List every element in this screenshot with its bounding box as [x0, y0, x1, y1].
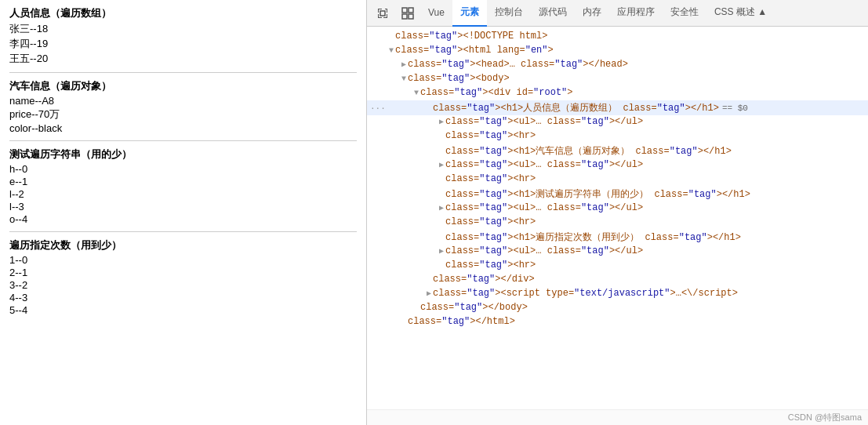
- section-title-1: 汽车信息（遍历对象）: [9, 79, 357, 93]
- code-line-line-head: ▶ class="tag"><head>… class="tag"></head…: [367, 58, 868, 72]
- section-divider: [9, 140, 357, 141]
- left-panel: 人员信息（遍历数组）张三--18李四--19王五--20汽车信息（遍历对象）na…: [0, 0, 367, 425]
- code-line-line-hr4: ▼ class="tag"><hr>: [367, 259, 868, 273]
- section-item-3-1: 2--1: [9, 267, 357, 278]
- section-item-2-4: o--4: [9, 213, 357, 225]
- tab-icon-inspect[interactable]: [370, 0, 395, 27]
- code-line-line-html: ▼ class="tag"><html lang="en">: [367, 44, 868, 58]
- code-content: class="tag"><ul>… class="tag"></ul>: [445, 245, 643, 256]
- code-content: class="tag"><hr>: [445, 130, 536, 141]
- section-divider: [9, 72, 357, 73]
- code-line-line-script: ▶ class="tag"><script type="text/javascr…: [367, 287, 868, 301]
- toggle-arrow[interactable]: ▶: [439, 203, 444, 212]
- code-content: class="tag"><ul>… class="tag"></ul>: [445, 159, 643, 170]
- code-content: class="tag"><body>: [408, 73, 510, 84]
- toggle-arrow[interactable]: ▶: [439, 246, 444, 256]
- code-content: class="tag"><ul>… class="tag"></ul>: [445, 202, 643, 213]
- tabs-bar: Vue元素控制台源代码内存应用程序安全性CSS 概述 ▲: [367, 0, 868, 27]
- code-line-line-body: ▼ class="tag"><body>: [367, 72, 868, 86]
- code-content: class="tag"><div id="root">: [420, 87, 572, 98]
- code-line-line-h1-times: ▼ class="tag"><h1>遍历指定次数（用到少） class="tag…: [367, 230, 868, 245]
- tab-tab-element[interactable]: 元素: [452, 0, 487, 27]
- section-item-1-1: price--70万: [9, 107, 357, 122]
- code-content: class="tag"><script type="text/javascrip…: [433, 288, 738, 299]
- tab-icon-select[interactable]: [395, 0, 420, 27]
- right-panel: Vue元素控制台源代码内存应用程序安全性CSS 概述 ▲ ▼ class="ta…: [367, 0, 868, 425]
- code-content: class="tag"><html lang="en">: [395, 45, 554, 56]
- code-content: class="tag"></div>: [433, 274, 535, 285]
- code-content: class="tag"><h1>测试遍历字符串（用的少） class="tag"…: [445, 187, 750, 201]
- code-line-line-ul3: ▶ class="tag"><ul>… class="tag"></ul>: [367, 202, 868, 216]
- code-panel: ▼ class="tag"><!DOCTYPE html>▼ class="ta…: [367, 27, 868, 409]
- section-divider: [9, 231, 357, 232]
- code-line-line-ul1: ▶ class="tag"><ul>… class="tag"></ul>: [367, 115, 868, 129]
- code-line-line-h1-car: ▼ class="tag"><h1>汽车信息（遍历对象） class="tag"…: [367, 143, 868, 158]
- toggle-arrow[interactable]: ▶: [401, 60, 406, 69]
- tab-tab-console[interactable]: 控制台: [487, 0, 531, 27]
- section-item-1-2: color--black: [9, 122, 357, 134]
- toggle-arrow[interactable]: ▼: [401, 74, 406, 83]
- code-line-line-doctype: ▼ class="tag"><!DOCTYPE html>: [367, 30, 868, 44]
- tab-tab-application[interactable]: 应用程序: [609, 0, 663, 27]
- code-content: class="tag"><h1>遍历指定次数（用到少） class="tag">…: [445, 231, 741, 244]
- toggle-arrow[interactable]: ▶: [439, 160, 444, 169]
- code-content: class="tag"><h1>汽车信息（遍历对象） class="tag"><…: [445, 144, 732, 158]
- section-item-2-0: h--0: [9, 163, 357, 175]
- code-content: class="tag"><hr>: [445, 216, 536, 227]
- toggle-arrow[interactable]: ▶: [439, 117, 444, 126]
- section-item-0-2: 王五--20: [9, 52, 357, 66]
- code-content: class="tag"></body>: [420, 302, 528, 313]
- section-item-2-3: l--3: [9, 201, 357, 212]
- section-title-0: 人员信息（遍历数组）: [9, 6, 357, 20]
- code-line-line-hr2: ▼ class="tag"><hr>: [367, 173, 868, 187]
- toggle-arrow[interactable]: ▼: [389, 46, 394, 55]
- tab-tab-vue[interactable]: Vue: [420, 0, 452, 27]
- section-item-2-1: e--1: [9, 176, 357, 187]
- section-item-2-2: l--2: [9, 188, 357, 200]
- eq-badge: == $0: [722, 104, 748, 113]
- code-line-line-ul2: ▶ class="tag"><ul>… class="tag"></ul>: [367, 158, 868, 173]
- code-line-line-div-root: ▼ class="tag"><div id="root">: [367, 86, 868, 100]
- code-content: class="tag"></html>: [408, 316, 515, 327]
- footer: CSDN @特图sama: [367, 409, 868, 425]
- code-line-line-body-close: ▼ class="tag"></body>: [367, 301, 868, 315]
- section-item-3-3: 4--3: [9, 292, 357, 303]
- svg-rect-4: [409, 14, 413, 19]
- code-line-line-div-close: ▼ class="tag"></div>: [367, 273, 868, 287]
- section-item-0-1: 李四--19: [9, 37, 357, 51]
- code-line-line-html-close: ▼ class="tag"></html>: [367, 315, 868, 329]
- toggle-arrow[interactable]: ▼: [414, 89, 419, 97]
- section-item-0-0: 张三--18: [9, 22, 357, 36]
- code-content: class="tag"><hr>: [445, 260, 536, 271]
- svg-rect-0: [380, 11, 385, 16]
- tab-tab-memory[interactable]: 内存: [575, 0, 609, 27]
- tab-tab-sources[interactable]: 源代码: [531, 0, 575, 27]
- svg-rect-2: [409, 8, 413, 13]
- code-line-line-h1-str: ▼ class="tag"><h1>测试遍历字符串（用的少） class="ta…: [367, 187, 868, 202]
- svg-rect-3: [402, 14, 407, 19]
- code-line-line-h1-person: ···▼ class="tag"><h1>人员信息（遍历数组） class="t…: [367, 100, 868, 115]
- code-line-line-hr1: ▼ class="tag"><hr>: [367, 129, 868, 143]
- code-content: class="tag"><ul>… class="tag"></ul>: [445, 116, 643, 127]
- code-content: class="tag"><hr>: [445, 173, 536, 184]
- section-item-1-0: name--A8: [9, 95, 357, 107]
- section-title-3: 遍历指定次数（用到少）: [9, 238, 357, 252]
- tab-tab-security[interactable]: 安全性: [663, 0, 706, 27]
- section-title-2: 测试遍历字符串（用的少）: [9, 147, 357, 162]
- code-line-line-ul4: ▶ class="tag"><ul>… class="tag"></ul>: [367, 245, 868, 259]
- toggle-arrow[interactable]: ▶: [427, 289, 431, 298]
- footer-text: CSDN @特图sama: [788, 412, 862, 422]
- tab-tab-css[interactable]: CSS 概述 ▲: [706, 0, 775, 27]
- code-content: class="tag"><h1>人员信息（遍历数组） class="tag"><…: [433, 101, 719, 114]
- code-content: class="tag"><!DOCTYPE html>: [395, 31, 547, 42]
- code-content: class="tag"><head>… class="tag"></head>: [408, 59, 628, 70]
- section-item-3-4: 5--4: [9, 304, 357, 316]
- code-line-line-hr3: ▼ class="tag"><hr>: [367, 216, 868, 230]
- line-dots: ···: [370, 104, 386, 113]
- section-item-3-0: 1--0: [9, 254, 357, 266]
- svg-rect-1: [402, 8, 407, 13]
- section-item-3-2: 3--2: [9, 279, 357, 291]
